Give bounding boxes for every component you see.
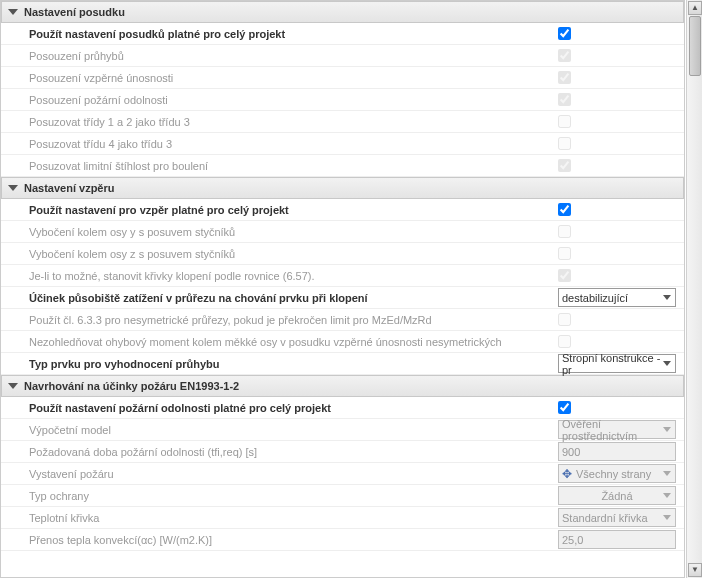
textbox-input xyxy=(562,446,672,458)
dropdown-value: destabilizující xyxy=(562,292,628,304)
section-header[interactable]: Nastavení vzpěru xyxy=(1,177,684,199)
property-row: Posuzovat limitní štíhlost pro boulení xyxy=(1,155,684,177)
property-row: Nezohledňovat ohybový moment kolem měkké… xyxy=(1,331,684,353)
textbox xyxy=(558,442,676,461)
property-control xyxy=(558,203,678,216)
property-control xyxy=(558,269,678,282)
property-control xyxy=(558,530,678,549)
property-row: Posuzovat třídy 1 a 2 jako třídu 3 xyxy=(1,111,684,133)
dropdown-value: Žádná xyxy=(601,490,632,502)
property-control: Standardní křivka xyxy=(558,508,678,527)
property-row: Použít nastavení požární odolnosti platn… xyxy=(1,397,684,419)
section-header[interactable]: Navrhování na účinky požáru EN1993-1-2 xyxy=(1,375,684,397)
checkbox[interactable] xyxy=(558,401,571,414)
property-row: Teplotní křivkaStandardní křivka xyxy=(1,507,684,529)
property-row: Je-li to možné, stanovit křivky klopení … xyxy=(1,265,684,287)
property-control: Všechny strany xyxy=(558,464,678,483)
property-control: Ověření prostřednictvím xyxy=(558,420,678,439)
property-control xyxy=(558,159,678,172)
property-control xyxy=(558,115,678,128)
property-label: Posuzovat limitní štíhlost pro boulení xyxy=(29,160,558,172)
checkbox xyxy=(558,335,571,348)
property-control xyxy=(558,225,678,238)
property-row: Výpočetní modelOvěření prostřednictvím xyxy=(1,419,684,441)
dropdown: Ověření prostřednictvím xyxy=(558,420,676,439)
dropdown[interactable]: destabilizující xyxy=(558,288,676,307)
property-label: Požadovaná doba požární odolnosti (tfi,r… xyxy=(29,446,558,458)
property-label: Přenos tepla konvekcí(αc) [W/(m2.K)] xyxy=(29,534,558,546)
property-row: Požadovaná doba požární odolnosti (tfi,r… xyxy=(1,441,684,463)
property-label: Posouzení průhybů xyxy=(29,50,558,62)
dropdown: Všechny strany xyxy=(558,464,676,483)
property-control xyxy=(558,442,678,461)
checkbox[interactable] xyxy=(558,203,571,216)
checkbox xyxy=(558,247,571,260)
scroll-up-button[interactable]: ▲ xyxy=(688,1,702,15)
property-row: Posouzení požární odolnosti xyxy=(1,89,684,111)
property-row: Použít čl. 6.3.3 pro nesymetrické průřez… xyxy=(1,309,684,331)
property-row: Použít nastavení posudků platné pro celý… xyxy=(1,23,684,45)
property-row: Účinek působiště zatížení v průřezu na c… xyxy=(1,287,684,309)
property-label: Účinek působiště zatížení v průřezu na c… xyxy=(29,292,558,304)
property-row: Posouzení vzpěrné únosnosti xyxy=(1,67,684,89)
checkbox xyxy=(558,71,571,84)
section-title: Nastavení vzpěru xyxy=(24,182,114,194)
property-row: Vystavení požáruVšechny strany xyxy=(1,463,684,485)
scroll-thumb[interactable] xyxy=(689,16,701,76)
checkbox xyxy=(558,115,571,128)
property-control xyxy=(558,247,678,260)
collapse-icon xyxy=(8,185,18,191)
property-control xyxy=(558,71,678,84)
property-label: Typ prvku pro vyhodnocení průhybu xyxy=(29,358,558,370)
checkbox xyxy=(558,93,571,106)
section-title: Navrhování na účinky požáru EN1993-1-2 xyxy=(24,380,239,392)
property-row: Vybočení kolem osy y s posuvem styčníků xyxy=(1,221,684,243)
section-header[interactable]: Nastavení posudku xyxy=(1,1,684,23)
dropdown-value: Standardní křivka xyxy=(562,512,648,524)
property-label: Posuzovat třídu 4 jako třídu 3 xyxy=(29,138,558,150)
property-row: Přenos tepla konvekcí(αc) [W/(m2.K)] xyxy=(1,529,684,551)
collapse-icon xyxy=(8,383,18,389)
collapse-icon xyxy=(8,9,18,15)
property-label: Použít nastavení požární odolnosti platn… xyxy=(29,402,558,414)
property-label: Nezohledňovat ohybový moment kolem měkké… xyxy=(29,336,558,348)
checkbox xyxy=(558,225,571,238)
section-title: Nastavení posudku xyxy=(24,6,125,18)
property-label: Posouzení vzpěrné únosnosti xyxy=(29,72,558,84)
dropdown-value: Všechny strany xyxy=(576,468,651,480)
property-control xyxy=(558,93,678,106)
property-label: Použít nastavení posudků platné pro celý… xyxy=(29,28,558,40)
dropdown: Standardní křivka xyxy=(558,508,676,527)
textbox-input xyxy=(562,534,672,546)
checkbox xyxy=(558,313,571,326)
property-control: Stropní konstrukce - pr xyxy=(558,354,678,373)
vertical-scrollbar[interactable]: ▲ ▼ xyxy=(686,0,702,578)
property-control xyxy=(558,313,678,326)
dropdown[interactable]: Stropní konstrukce - pr xyxy=(558,354,676,373)
property-label: Vybočení kolem osy z s posuvem styčníků xyxy=(29,248,558,260)
property-row: Použít nastavení pro vzpěr platné pro ce… xyxy=(1,199,684,221)
checkbox xyxy=(558,49,571,62)
property-control xyxy=(558,49,678,62)
checkbox xyxy=(558,269,571,282)
checkbox[interactable] xyxy=(558,27,571,40)
property-row: Typ ochranyŽádná xyxy=(1,485,684,507)
property-label: Výpočetní model xyxy=(29,424,558,436)
property-label: Použít čl. 6.3.3 pro nesymetrické průřez… xyxy=(29,314,558,326)
checkbox xyxy=(558,137,571,150)
property-control xyxy=(558,137,678,150)
property-label: Typ ochrany xyxy=(29,490,558,502)
property-row: Vybočení kolem osy z s posuvem styčníků xyxy=(1,243,684,265)
property-label: Vystavení požáru xyxy=(29,468,558,480)
property-control xyxy=(558,27,678,40)
property-label: Posouzení požární odolnosti xyxy=(29,94,558,106)
property-control: Žádná xyxy=(558,486,678,505)
property-label: Posuzovat třídy 1 a 2 jako třídu 3 xyxy=(29,116,558,128)
property-label: Teplotní křivka xyxy=(29,512,558,524)
scroll-down-button[interactable]: ▼ xyxy=(688,563,702,577)
dropdown-value: Ověření prostřednictvím xyxy=(562,418,672,442)
property-grid: Nastavení posudkuPoužít nastavení posudk… xyxy=(0,0,685,578)
property-row: Posouzení průhybů xyxy=(1,45,684,67)
dropdown: Žádná xyxy=(558,486,676,505)
property-control xyxy=(558,401,678,414)
